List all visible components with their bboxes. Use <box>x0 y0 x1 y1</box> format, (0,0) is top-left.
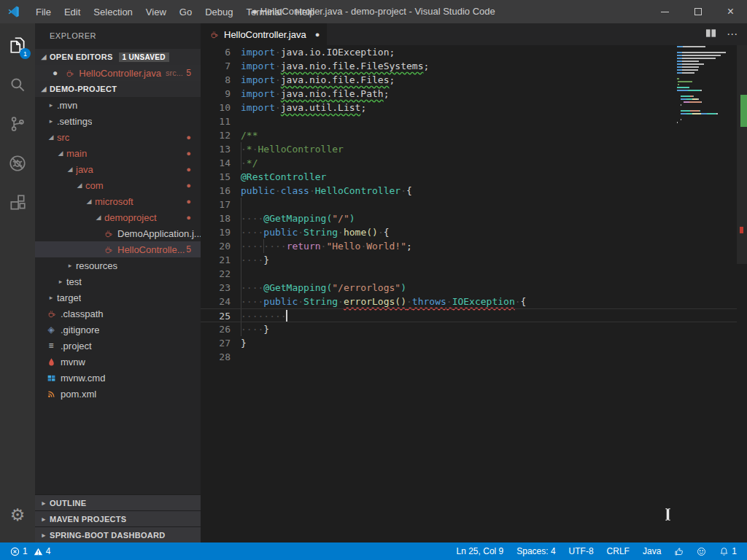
activity-source-control-icon[interactable] <box>0 106 35 141</box>
menu-view[interactable]: View <box>139 0 173 23</box>
minimize-button[interactable] <box>649 0 681 23</box>
tree-item-com[interactable]: ◢com● <box>35 177 201 193</box>
minimap-line <box>677 124 737 127</box>
open-editors-header[interactable]: ◢ OPEN EDITORS 1 UNSAVED <box>35 49 201 65</box>
code-line[interactable]: 8import·java.nio.file.Files; <box>201 73 737 87</box>
line-number: 28 <box>201 350 231 364</box>
tree-item-label: target <box>57 292 81 303</box>
tree-item--classpath[interactable]: .classpath <box>35 306 201 322</box>
tree-item--gitignore[interactable]: ◈.gitignore <box>35 322 201 338</box>
modified-dot-icon: ● <box>186 133 191 141</box>
tree-item-mvnw-cmd[interactable]: mvnw.cmd <box>35 370 201 386</box>
pane-header-maven-projects[interactable]: ▸MAVEN PROJECTS <box>35 510 201 526</box>
code-line[interactable]: 19····public·String·home()·{ <box>201 225 737 239</box>
menu-debug[interactable]: Debug <box>198 0 239 23</box>
error-icon <box>10 547 20 556</box>
more-actions-icon[interactable]: ⋯ <box>727 28 738 41</box>
tree-item--mvn[interactable]: ▸.mvn <box>35 97 201 113</box>
tree-item--project[interactable]: ≡.project <box>35 338 201 354</box>
list-file-icon: ≡ <box>45 340 57 351</box>
code-line[interactable]: 27} <box>201 336 737 350</box>
code-line[interactable]: 13·*·HelloController <box>201 142 737 156</box>
code-line[interactable]: 21····} <box>201 253 737 267</box>
code-line[interactable]: 15@RestController <box>201 170 737 184</box>
open-editor-item[interactable]: ●HelloController.javasrc...5 <box>35 65 201 81</box>
line-number: 13 <box>201 142 231 156</box>
thumbs-up-icon[interactable] <box>671 547 686 556</box>
code-line[interactable]: 26····} <box>201 322 737 336</box>
status-cursor-position[interactable]: Ln 25, Col 9 <box>454 546 507 556</box>
tree-item-src[interactable]: ◢src● <box>35 129 201 145</box>
tab-bar: HelloController.java ● ⋯ <box>201 23 747 45</box>
status-indentation[interactable]: Spaces: 4 <box>514 546 558 556</box>
code-line[interactable]: 17 <box>201 198 737 211</box>
dirty-indicator-icon[interactable]: ● <box>315 30 320 39</box>
minimap[interactable] <box>677 45 737 131</box>
git-file-icon: ◈ <box>45 324 57 335</box>
status-encoding[interactable]: UTF-8 <box>566 546 597 556</box>
menu-file[interactable]: File <box>29 0 58 23</box>
code-line[interactable]: 22 <box>201 267 737 281</box>
tree-item--settings[interactable]: ▸.settings <box>35 113 201 129</box>
tree-item-hellocontrolle-[interactable]: HelloControlle...5 <box>35 241 201 257</box>
code-line[interactable]: 12/** <box>201 128 737 142</box>
modified-dot-icon: ● <box>186 149 191 158</box>
split-editor-icon[interactable] <box>705 28 716 42</box>
activity-extensions-icon[interactable] <box>0 185 35 220</box>
menu-go[interactable]: Go <box>173 0 198 23</box>
line-number: 16 <box>201 184 231 198</box>
chevron-collapsed-icon: ▸ <box>38 532 50 539</box>
tree-item-target[interactable]: ▸target <box>35 289 201 306</box>
code-editor[interactable]: 6import·java.io.IOException;7import·java… <box>201 45 737 542</box>
code-line[interactable]: 7import·java.nio.file.FileSystems; <box>201 59 737 73</box>
code-line[interactable]: 28 <box>201 350 737 364</box>
code-line[interactable]: 11 <box>201 114 737 128</box>
problem-count-badge: 5 <box>186 244 191 254</box>
activity-explorer-icon[interactable]: 1 <box>0 28 35 63</box>
code-line[interactable]: 20········return·"Hello·World!"; <box>201 239 737 253</box>
tree-item-label: mvnw.cmd <box>61 373 105 384</box>
tab-hellocontroller[interactable]: HelloController.java ● <box>201 23 327 45</box>
tree-item-resources[interactable]: ▸resources <box>35 257 201 273</box>
tree-item-mvnw[interactable]: mvnw <box>35 354 201 370</box>
status-eol[interactable]: CRLF <box>604 546 632 556</box>
java-file-icon <box>63 67 75 79</box>
code-line[interactable]: 18····@GetMapping("/") <box>201 211 737 225</box>
problems-indicator[interactable]: 1 4 <box>7 546 53 556</box>
sidebar-title: EXPLORER <box>35 23 201 49</box>
code-line[interactable]: 24····public·String·errorLogs()·throws·I… <box>201 295 737 308</box>
modified-dot-icon: ● <box>186 165 191 174</box>
status-language-mode[interactable]: Java <box>640 546 664 556</box>
code-line[interactable]: 16public·class·HelloController·{ <box>201 184 737 198</box>
settings-gear-icon[interactable]: ⚙ <box>0 497 35 532</box>
tree-item-demoapplication-j-[interactable]: DemoApplication.j... <box>35 225 201 241</box>
code-line[interactable]: 23····@GetMapping("/errorlogs") <box>201 281 737 295</box>
close-button[interactable]: × <box>714 0 747 23</box>
pane-title: OUTLINE <box>50 499 86 508</box>
activity-debug-icon[interactable] <box>0 146 35 181</box>
pane-header-outline[interactable]: ▸OUTLINE <box>35 494 201 510</box>
code-line[interactable]: 9import·java.nio.file.Path; <box>201 87 737 101</box>
activity-search-icon[interactable] <box>0 67 35 102</box>
code-line[interactable]: 6import·java.io.IOException; <box>201 45 737 59</box>
tree-item-main[interactable]: ◢main● <box>35 145 201 161</box>
feedback-smiley-icon[interactable] <box>694 547 709 556</box>
notifications-bell[interactable]: 1 <box>716 546 740 556</box>
line-number: 10 <box>201 101 231 114</box>
code-line[interactable]: 25········ <box>201 308 737 322</box>
menu-selection[interactable]: Selection <box>87 0 139 23</box>
tree-item-java[interactable]: ◢java● <box>35 161 201 177</box>
code-line[interactable]: 14·*/ <box>201 156 737 170</box>
line-number: 22 <box>201 267 231 281</box>
maximize-button[interactable] <box>681 0 714 23</box>
warning-icon <box>34 547 43 556</box>
menu-edit[interactable]: Edit <box>58 0 87 23</box>
project-section-header[interactable]: ◢ DEMO-PROJECT <box>35 81 201 97</box>
problem-count-badge: 5 <box>186 68 191 78</box>
tree-item-microsoft[interactable]: ◢microsoft● <box>35 193 201 209</box>
pane-header-spring-boot-dashboard[interactable]: ▸SPRING-BOOT DASHBOARD <box>35 526 201 542</box>
code-line[interactable]: 10import·java.util.List; <box>201 101 737 114</box>
tree-item-test[interactable]: ▸test <box>35 273 201 289</box>
tree-item-demoproject[interactable]: ◢demoproject● <box>35 209 201 225</box>
tree-item-pom-xml[interactable]: pom.xml <box>35 386 201 402</box>
